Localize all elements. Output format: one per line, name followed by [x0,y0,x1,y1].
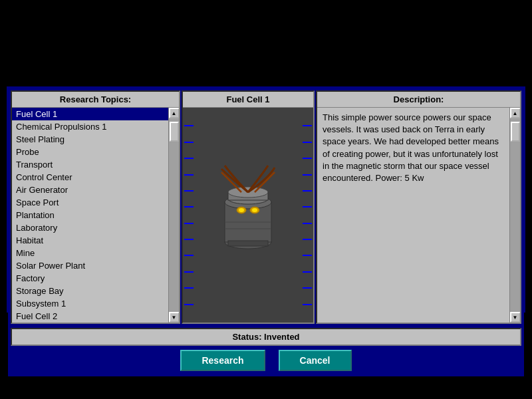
desc-scroll-thumb[interactable] [511,122,520,142]
list-item[interactable]: Solar Power Plant [12,259,168,272]
list-item[interactable]: Fuel Cell 1 [12,108,168,120]
item-image-panel: Fuel Cell 1 [182,90,315,324]
list-item[interactable]: Air Generator [12,184,168,196]
status-bar: Status: Invented [11,328,521,346]
fuel-cell-image [208,162,288,269]
desc-scroll-up[interactable]: ▲ [510,108,521,118]
topics-scrollbar[interactable]: ▲ ▼ [168,108,179,323]
list-item[interactable]: Steel Plating [12,133,168,146]
svg-point-8 [239,208,244,212]
list-item[interactable]: Plantation [12,209,168,221]
desc-scrollbar[interactable]: ▲ ▼ [509,108,520,323]
cancel-button[interactable]: Cancel [279,350,352,371]
research-topics-list[interactable]: Fuel Cell 1Chemical Propulsions 1Steel P… [12,108,168,323]
research-button[interactable]: Research [180,350,265,371]
buttons-row: Research Cancel [11,347,521,374]
research-topics-panel: Research Topics: Fuel Cell 1Chemical Pro… [11,90,180,324]
list-item[interactable]: Probe [12,146,168,158]
list-item[interactable]: Transport [12,158,168,171]
bottom-area: Status: Invented Research Cancel [8,327,524,376]
description-header: Description: [317,92,520,108]
list-item[interactable]: Laboratory [12,221,168,234]
list-item[interactable]: Mine [12,247,168,259]
svg-rect-12 [228,241,268,246]
list-item[interactable]: Space Port [12,196,168,209]
list-item[interactable]: Storage Bay [12,285,168,297]
list-item[interactable]: Factory [12,272,168,285]
description-text: This simple power source powers our spac… [317,108,509,323]
list-item[interactable]: Fuel Cell 2 [12,310,168,323]
description-panel: Description: This simple power source po… [316,90,521,324]
list-item[interactable]: Habitat [12,234,168,247]
item-image-area [183,108,313,323]
desc-scroll-down[interactable]: ▼ [510,312,521,323]
item-name-header: Fuel Cell 1 [183,92,313,108]
svg-point-9 [252,208,257,212]
list-item[interactable]: Chemical Propulsions 1 [12,120,168,133]
desc-scroll-track [510,118,521,312]
list-item[interactable]: Control Center [12,171,168,184]
right-decoration [301,108,313,323]
left-decoration [183,108,195,323]
research-topics-header: Research Topics: [12,92,179,108]
scroll-track [169,118,180,312]
list-item[interactable]: Subsystem 1 [12,297,168,310]
scroll-thumb[interactable] [170,122,179,142]
research-dialog: Research Topics: Fuel Cell 1Chemical Pro… [7,86,525,313]
scroll-down-btn[interactable]: ▼ [169,312,180,323]
scroll-up-btn[interactable]: ▲ [169,108,180,118]
